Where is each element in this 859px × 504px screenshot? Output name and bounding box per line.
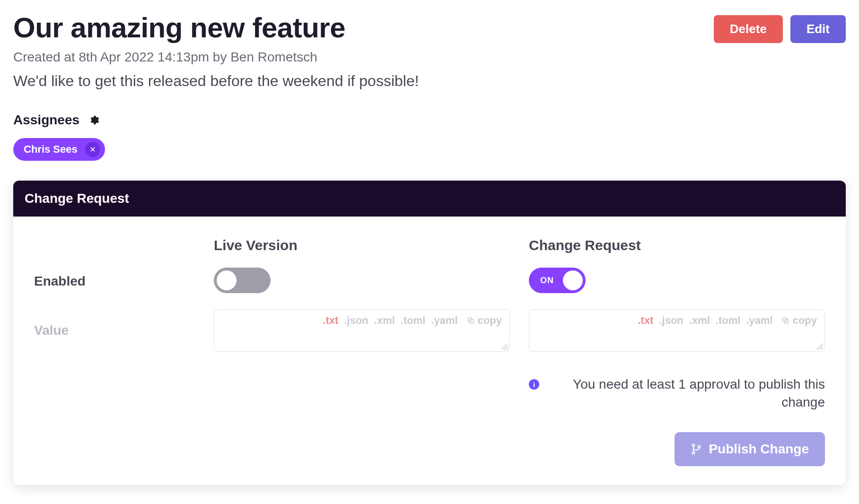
format-xml[interactable]: .xml — [689, 314, 710, 327]
change-request-panel: Change Request Live Version Change Reque… — [13, 181, 846, 485]
info-icon: i — [529, 379, 539, 390]
toggle-live-enabled[interactable] — [214, 268, 271, 293]
format-txt[interactable]: .txt — [638, 314, 653, 327]
assignees-heading: Assignees — [13, 113, 79, 128]
remove-assignee-icon[interactable] — [85, 142, 100, 157]
resize-handle-icon[interactable] — [501, 343, 508, 350]
edit-button[interactable]: Edit — [790, 15, 846, 43]
gear-icon[interactable] — [88, 114, 99, 126]
svg-point-4 — [692, 444, 695, 446]
copy-button[interactable]: copy — [781, 314, 817, 327]
approval-info: i You need at least 1 approval to publis… — [529, 375, 825, 411]
value-format-toolbar-change: .txt .json .xml .toml .yaml copy — [638, 314, 817, 327]
row-label-enabled: Enabled — [34, 274, 195, 289]
value-box-live[interactable]: .txt .json .xml .toml .yaml copy — [214, 309, 510, 352]
toggle-change-enabled[interactable]: ON — [529, 268, 586, 293]
publish-change-button[interactable]: Publish Change — [675, 432, 825, 466]
assignee-chip: Chris Sees — [13, 138, 105, 161]
format-json[interactable]: .json — [659, 314, 683, 327]
format-toml[interactable]: .toml — [401, 314, 426, 327]
value-format-toolbar-live: .txt .json .xml .toml .yaml copy — [323, 314, 502, 327]
format-toml[interactable]: .toml — [716, 314, 741, 327]
copy-icon — [466, 316, 475, 325]
column-change-request: Change Request — [529, 237, 825, 253]
approval-info-text: You need at least 1 approval to publish … — [547, 375, 825, 411]
row-label-value: Value — [34, 323, 195, 338]
column-live-version: Live Version — [214, 237, 510, 253]
assignees-header: Assignees — [13, 113, 846, 128]
copy-icon — [781, 316, 790, 325]
format-txt[interactable]: .txt — [323, 314, 338, 327]
value-box-change[interactable]: .txt .json .xml .toml .yaml copy — [529, 309, 825, 352]
copy-button[interactable]: copy — [466, 314, 502, 327]
delete-button[interactable]: Delete — [714, 15, 783, 43]
page-header: Our amazing new feature Delete Edit — [13, 11, 846, 44]
branch-icon — [691, 443, 702, 455]
svg-point-5 — [692, 452, 695, 454]
page-title: Our amazing new feature — [13, 11, 345, 44]
resize-handle-icon[interactable] — [816, 343, 823, 350]
assignee-name: Chris Sees — [24, 143, 78, 156]
assignees-list: Chris Sees — [13, 138, 846, 181]
format-xml[interactable]: .xml — [374, 314, 395, 327]
svg-point-6 — [698, 445, 701, 448]
feature-description: We'd like to get this released before th… — [13, 72, 846, 90]
header-actions: Delete Edit — [714, 15, 846, 43]
meta-created: Created at 8th Apr 2022 14:13pm by Ben R… — [13, 50, 846, 65]
panel-title: Change Request — [13, 181, 846, 217]
format-yaml[interactable]: .yaml — [431, 314, 457, 327]
toggle-on-label: ON — [540, 276, 554, 286]
format-yaml[interactable]: .yaml — [746, 314, 772, 327]
format-json[interactable]: .json — [344, 314, 368, 327]
